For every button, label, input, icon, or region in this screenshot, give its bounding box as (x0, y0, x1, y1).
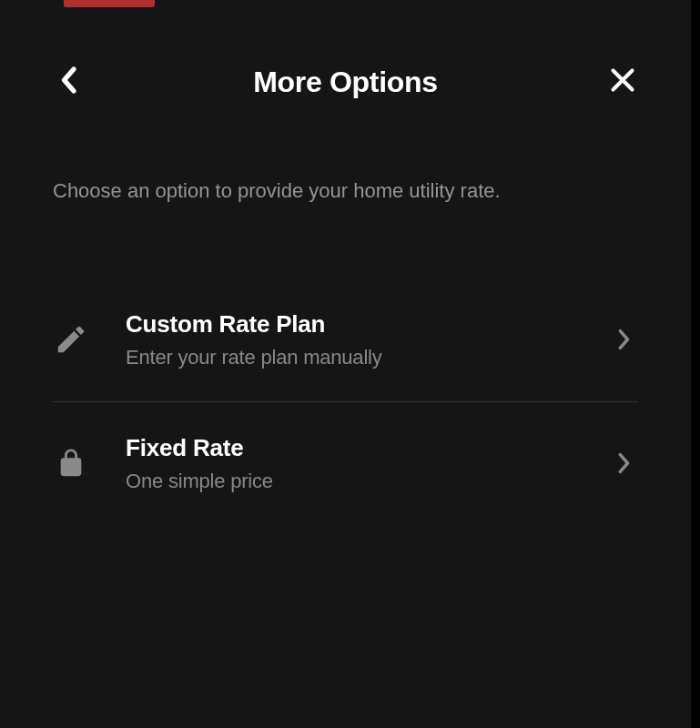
close-icon (610, 67, 635, 96)
chevron-left-icon (60, 66, 76, 97)
option-title: Fixed Rate (126, 434, 611, 462)
page-title: More Options (253, 66, 438, 99)
option-title: Custom Rate Plan (126, 310, 611, 339)
option-content: Fixed Rate One simple price (126, 434, 611, 493)
chevron-right-icon (611, 450, 638, 477)
back-button[interactable] (50, 64, 86, 100)
lock-icon (53, 445, 89, 481)
option-subtitle: Enter your rate plan manually (126, 346, 611, 369)
option-content: Custom Rate Plan Enter your rate plan ma… (126, 310, 611, 369)
pencil-icon (53, 321, 89, 358)
close-button[interactable] (604, 64, 641, 100)
option-subtitle: One simple price (126, 470, 611, 493)
chevron-right-icon (611, 326, 638, 353)
options-list: Custom Rate Plan Enter your rate plan ma… (0, 278, 691, 525)
option-fixed-rate[interactable]: Fixed Rate One simple price (0, 402, 691, 525)
header: More Options (0, 27, 691, 136)
top-accent-bar (64, 0, 155, 7)
subtitle-text: Choose an option to provide your home ut… (0, 177, 691, 206)
option-custom-rate-plan[interactable]: Custom Rate Plan Enter your rate plan ma… (0, 278, 691, 401)
